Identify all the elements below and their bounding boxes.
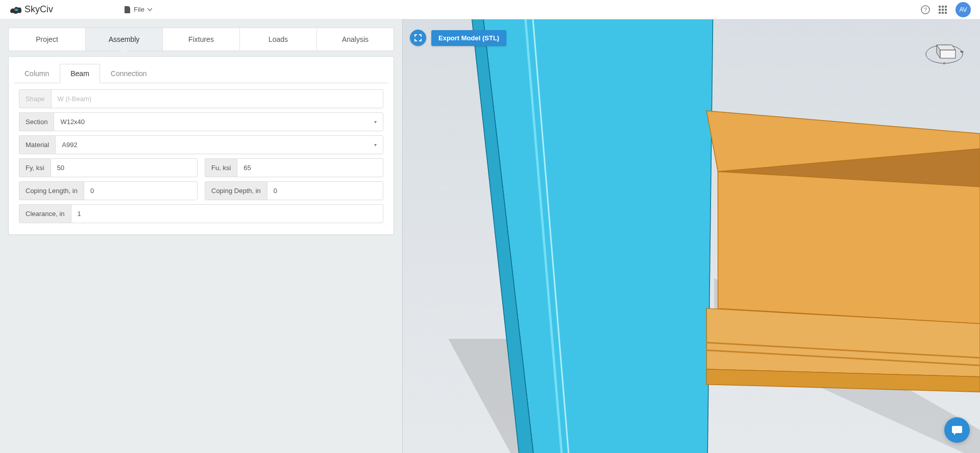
expand-icon xyxy=(414,34,422,41)
tab-project[interactable]: Project xyxy=(9,28,86,51)
subtab-beam[interactable]: Beam xyxy=(60,64,100,83)
assembly-card: Column Beam Connection Shape W (I-Beam) … xyxy=(8,56,394,235)
coping-length-input[interactable]: 0 xyxy=(84,181,198,200)
fy-label: Fy, ksi xyxy=(19,158,51,177)
svg-rect-2 xyxy=(939,6,941,8)
material-select[interactable]: A992▾ xyxy=(55,135,383,154)
chat-icon xyxy=(951,424,963,436)
coping-depth-field: Coping Depth, in 0 xyxy=(205,181,383,200)
coping-length-label: Coping Length, in xyxy=(19,181,84,200)
tab-loads[interactable]: Loads xyxy=(240,28,317,51)
section-field: Section W12x40▾ xyxy=(19,112,383,131)
sub-tabs: Column Beam Connection xyxy=(14,64,388,83)
fu-field: Fu, ksi 65 xyxy=(205,158,383,177)
section-select[interactable]: W12x40▾ xyxy=(54,112,383,131)
svg-marker-28 xyxy=(940,50,955,58)
clearance-input[interactable]: 1 xyxy=(71,204,383,223)
chat-button[interactable] xyxy=(944,417,970,443)
svg-rect-5 xyxy=(939,9,941,11)
shape-label: Shape xyxy=(19,89,51,108)
coping-depth-label: Coping Depth, in xyxy=(205,181,267,200)
svg-rect-8 xyxy=(939,12,941,14)
tab-assembly[interactable]: Assembly xyxy=(86,28,163,51)
coping-depth-input[interactable]: 0 xyxy=(267,181,383,200)
svg-rect-9 xyxy=(942,12,944,14)
svg-rect-6 xyxy=(942,9,944,11)
chevron-down-icon: ▾ xyxy=(374,119,377,125)
fu-label: Fu, ksi xyxy=(205,158,237,177)
file-menu-label: File xyxy=(134,6,144,13)
svg-rect-3 xyxy=(942,6,944,8)
left-panel: Project Assembly Fixtures Loads Analysis… xyxy=(0,19,402,453)
svg-text:z: z xyxy=(943,61,945,65)
main-tabs: Project Assembly Fixtures Loads Analysis xyxy=(8,28,394,51)
material-label: Material xyxy=(19,135,55,154)
coping-length-field: Coping Length, in 0 xyxy=(19,181,198,200)
svg-rect-10 xyxy=(945,12,947,14)
export-model-button[interactable]: Export Model (STL) xyxy=(431,30,506,46)
apps-button[interactable] xyxy=(938,5,947,14)
fu-input[interactable]: 65 xyxy=(237,158,383,177)
view-cube-icon: x z xyxy=(924,35,965,65)
fy-field: Fy, ksi 50 xyxy=(19,158,198,177)
apps-grid-icon xyxy=(939,6,947,14)
section-label: Section xyxy=(19,112,54,131)
clearance-label: Clearance, in xyxy=(19,204,71,223)
subtab-column[interactable]: Column xyxy=(14,64,60,83)
file-icon xyxy=(125,6,131,13)
view-cube[interactable]: x z xyxy=(924,35,965,65)
logo-icon xyxy=(9,5,22,15)
tab-fixtures[interactable]: Fixtures xyxy=(163,28,240,51)
help-button[interactable]: ? xyxy=(921,5,930,14)
file-menu[interactable]: File xyxy=(125,6,152,13)
svg-rect-7 xyxy=(945,9,947,11)
avatar[interactable]: AV xyxy=(955,2,971,17)
model-render xyxy=(403,19,980,453)
logo-text: SkyCiv xyxy=(24,4,53,15)
app-header: SkyCiv File ? AV xyxy=(0,0,980,19)
logo[interactable]: SkyCiv xyxy=(9,4,53,15)
svg-rect-4 xyxy=(945,6,947,8)
fy-input[interactable]: 50 xyxy=(51,158,198,177)
viewport[interactable]: Export Model (STL) x z xyxy=(402,19,980,453)
help-icon: ? xyxy=(921,5,930,14)
clearance-field: Clearance, in 1 xyxy=(19,204,383,223)
shape-input: W (I-Beam) xyxy=(51,89,383,108)
chevron-down-icon: ▾ xyxy=(374,142,377,148)
svg-text:?: ? xyxy=(924,7,927,13)
svg-marker-20 xyxy=(718,172,980,324)
expand-button[interactable] xyxy=(410,30,426,46)
tab-analysis[interactable]: Analysis xyxy=(317,28,394,51)
chevron-down-icon xyxy=(148,8,152,11)
material-field: Material A992▾ xyxy=(19,135,383,154)
subtab-connection[interactable]: Connection xyxy=(100,64,158,83)
shape-field: Shape W (I-Beam) xyxy=(19,89,383,108)
